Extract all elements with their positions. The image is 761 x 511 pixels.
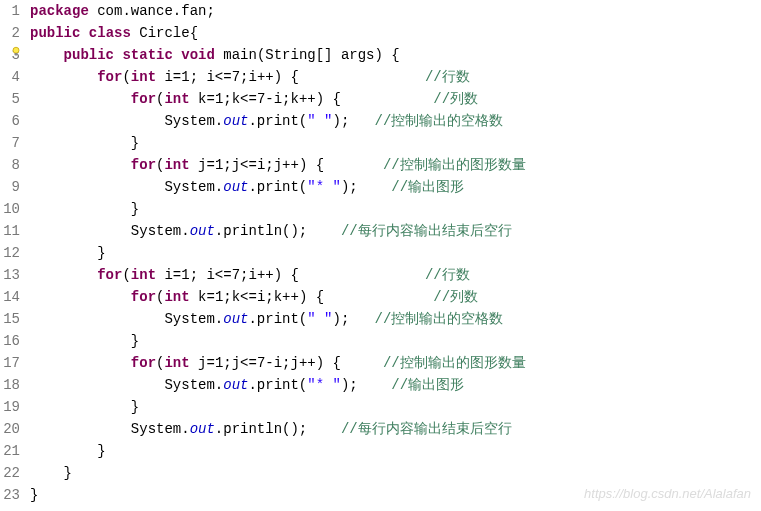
code-line: System.out.println(); //每行内容输出结束后空行	[30, 220, 761, 242]
line-number: 10	[0, 198, 20, 220]
line-number: 9	[0, 176, 20, 198]
line-number-gutter: 1 2 3 4 5 6 7 8 9 10 11 12 13 14 15 16 1…	[0, 0, 24, 506]
line-number: 1	[0, 0, 20, 22]
line-number: 15	[0, 308, 20, 330]
line-number: 5	[0, 88, 20, 110]
line-number: 4	[0, 66, 20, 88]
line-number: 6	[0, 110, 20, 132]
watermark-text: https://blog.csdn.net/Alalafan	[584, 483, 751, 505]
code-line: }	[30, 396, 761, 418]
code-line: System.out.println(); //每行内容输出结束后空行	[30, 418, 761, 440]
code-line: package com.wance.fan;	[30, 0, 761, 22]
line-number: 20	[0, 418, 20, 440]
line-number: 23	[0, 484, 20, 506]
line-number: 18	[0, 374, 20, 396]
line-number: 22	[0, 462, 20, 484]
code-line: System.out.print("* "); //输出图形	[30, 374, 761, 396]
line-number: 12	[0, 242, 20, 264]
code-line: for(int k=1;k<=i;k++) { //列数	[30, 286, 761, 308]
code-line: System.out.print("* "); //输出图形	[30, 176, 761, 198]
line-number: 16	[0, 330, 20, 352]
line-number: 14	[0, 286, 20, 308]
line-number: 11	[0, 220, 20, 242]
lightbulb-icon	[10, 45, 22, 57]
code-line: System.out.print(" "); //控制输出的空格数	[30, 308, 761, 330]
code-line: System.out.print(" "); //控制输出的空格数	[30, 110, 761, 132]
code-line: }	[30, 132, 761, 154]
code-editor: 1 2 3 4 5 6 7 8 9 10 11 12 13 14 15 16 1…	[0, 0, 761, 506]
line-number: 8	[0, 154, 20, 176]
svg-point-0	[13, 47, 19, 53]
code-line: for(int i=1; i<=7;i++) { //行数	[30, 66, 761, 88]
line-number: 21	[0, 440, 20, 462]
code-line: public class Circle{	[30, 22, 761, 44]
line-number: 19	[0, 396, 20, 418]
line-number: 13	[0, 264, 20, 286]
code-area[interactable]: package com.wance.fan; public class Circ…	[24, 0, 761, 506]
code-line: }	[30, 440, 761, 462]
code-line: }	[30, 462, 761, 484]
code-line: for(int k=1;k<=7-i;k++) { //列数	[30, 88, 761, 110]
code-line: for(int i=1; i<=7;i++) { //行数	[30, 264, 761, 286]
code-line: for(int j=1;j<=7-i;j++) { //控制输出的图形数量	[30, 352, 761, 374]
code-line: public static void main(String[] args) {	[30, 44, 761, 66]
svg-rect-1	[15, 53, 18, 55]
line-number: 17	[0, 352, 20, 374]
code-line: for(int j=1;j<=i;j++) { //控制输出的图形数量	[30, 154, 761, 176]
line-number: 7	[0, 132, 20, 154]
line-number: 2	[0, 22, 20, 44]
code-line: }	[30, 242, 761, 264]
code-line: }	[30, 330, 761, 352]
code-line: }	[30, 198, 761, 220]
